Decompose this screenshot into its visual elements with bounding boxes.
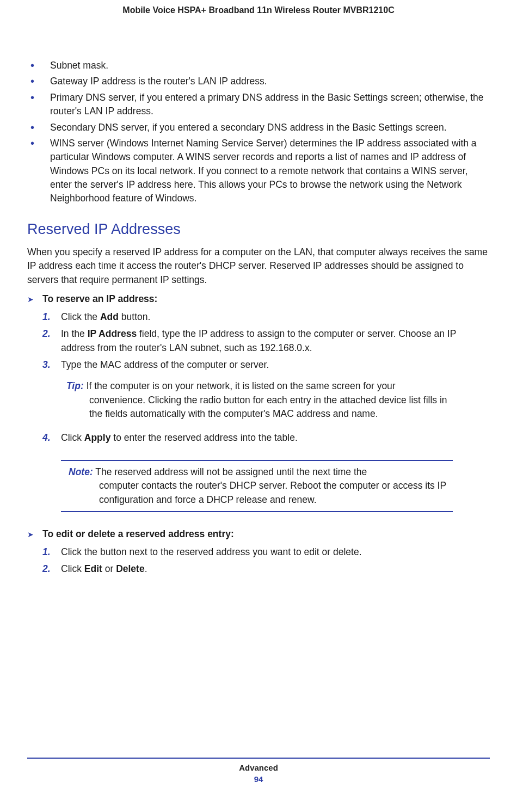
bullet-text: Secondary DNS server, if you entered a s… [50,121,490,134]
section-intro: When you specify a reserved IP address f… [27,245,490,287]
bold-edit: Edit [84,563,102,574]
step-item: 2. Click Edit or Delete. [27,562,490,576]
text-fragment: If the computer is on your network, it i… [87,380,396,391]
bullet-text: Subnet mask. [50,59,490,72]
section-heading-reserved-ip: Reserved IP Addresses [27,221,490,238]
text-fragment: . [145,563,147,574]
text-fragment: Click the [61,311,100,322]
text-fragment: Click [61,563,84,574]
bullet-icon: • [27,75,50,88]
bullet-text: Gateway IP address is the router's LAN I… [50,75,490,88]
procedure-heading-reserve: ➤ To reserve an IP address: [27,293,490,305]
procedure-heading-edit-delete: ➤ To edit or delete a reserved address e… [27,528,490,540]
text-fragment: or [102,563,116,574]
bold-apply: Apply [84,432,111,443]
tip-text-rest: convenience. Clicking the radio button f… [66,393,458,421]
step-text: Click the Add button. [59,310,490,324]
note-body: Note: The reserved address will not be a… [61,461,453,511]
list-item: • Primary DNS server, if you entered a p… [27,91,490,119]
bullet-text: Primary DNS server, if you entered a pri… [50,91,490,119]
chevron-right-icon: ➤ [27,293,42,305]
note-text-first-line: The reserved address will not be assigne… [95,466,367,477]
step-text: Click the button next to the reserved ad… [59,545,490,559]
page-header-title: Mobile Voice HSPA+ Broadband 11n Wireles… [27,5,490,15]
procedure-title: To reserve an IP address: [42,293,157,305]
step-item: 2. In the IP Address field, type the IP … [27,327,490,355]
steps-reserve: 1. Click the Add button. 2. In the IP Ad… [27,310,490,372]
list-item: • Secondary DNS server, if you entered a… [27,121,490,134]
procedure-title: To edit or delete a reserved address ent… [42,528,234,540]
step-number: 3. [27,358,59,372]
step-item: 3. Type the MAC address of the computer … [27,358,490,372]
page-footer: Advanced 94 [27,758,490,784]
bullet-icon: • [27,137,50,206]
text-fragment: to enter the reserved address into the t… [110,432,297,443]
dhcp-info-list: • Subnet mask. • Gateway IP address is t… [27,59,490,206]
steps-reserve-cont: 4. Click Apply to enter the reserved add… [27,431,490,445]
step-number: 2. [27,562,59,576]
chevron-right-icon: ➤ [27,528,42,540]
step-text: In the IP Address field, type the IP add… [59,327,490,355]
step-number: 1. [27,545,59,559]
step-text: Click Edit or Delete. [59,562,490,576]
bullet-icon: • [27,121,50,134]
step-item: 4. Click Apply to enter the reserved add… [27,431,490,445]
step-text: Type the MAC address of the computer or … [59,358,490,372]
bullet-icon: • [27,91,50,119]
step-number: 2. [27,327,59,355]
text-fragment: button. [119,311,150,322]
tip-callout: Tip: If the computer is on your network,… [66,379,458,421]
bold-add: Add [100,311,119,322]
bold-delete: Delete [116,563,145,574]
list-item: • Gateway IP address is the router's LAN… [27,75,490,88]
list-item: • WINS server (Windows Internet Naming S… [27,137,490,206]
step-item: 1. Click the Add button. [27,310,490,324]
step-number: 4. [27,431,59,445]
step-number: 1. [27,310,59,324]
note-rule-bottom [61,511,453,512]
note-text-rest: computer contacts the router's DHCP serv… [69,479,453,507]
text-fragment: Click [61,432,84,443]
bullet-icon: • [27,59,50,72]
note-callout: Note: The reserved address will not be a… [61,460,453,512]
tip-text-first-line: If the computer is on your network, it i… [87,380,396,391]
bold-ip-address: IP Address [88,328,137,339]
note-label: Note: [69,466,93,477]
tip-label: Tip: [66,380,84,391]
step-text: Click Apply to enter the reserved addres… [59,431,490,445]
list-item: • Subnet mask. [27,59,490,72]
footer-section-name: Advanced [27,763,490,772]
bullet-text: WINS server (Windows Internet Naming Ser… [50,137,490,206]
steps-edit-delete: 1. Click the button next to the reserved… [27,545,490,576]
footer-page-number: 94 [27,774,490,784]
text-fragment: The reserved address will not be assigne… [95,466,367,477]
step-item: 1. Click the button next to the reserved… [27,545,490,559]
text-fragment: In the [61,328,88,339]
